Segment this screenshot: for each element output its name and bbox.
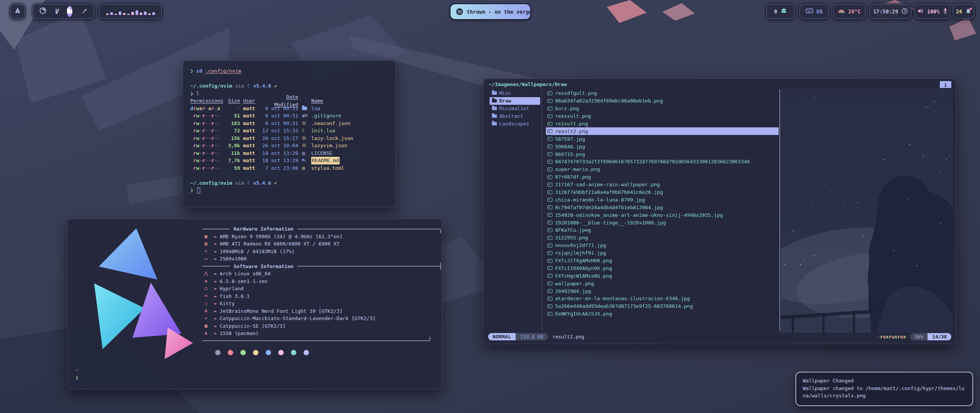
file-name: stylua.toml <box>311 164 344 172</box>
section-footer <box>202 337 430 345</box>
file-entry: .rw-r--r--7,7kmatt18 oct 13:29M↓README.m… <box>190 157 388 164</box>
audio-widget[interactable]: 100% <box>914 4 951 19</box>
star <box>938 117 939 118</box>
file-list-item[interactable]: 217167-sad-anime-rain-wallpaper.png <box>546 181 779 189</box>
sidebar-item-misc[interactable]: Misc <box>490 89 540 97</box>
star <box>796 169 797 169</box>
firefox-icon[interactable] <box>39 7 47 16</box>
star <box>813 255 814 256</box>
visualizer-bar <box>148 13 151 15</box>
music-title: thrown - on the verge <box>467 9 532 15</box>
image-file-icon <box>547 99 552 103</box>
current-path: ~/Imagenes/Wallpapers/Draw <box>489 81 567 87</box>
layout-label: US <box>817 8 823 15</box>
file-list-item[interactable]: FXfcHgcWIAMzs0G.png <box>546 272 779 280</box>
file-list-item[interactable]: chica-mirando-la-luna-8799.jpg <box>546 196 779 203</box>
shell-prompt: ❯ <box>75 375 78 380</box>
palette-dot <box>304 350 309 355</box>
file-list-item[interactable]: 08a634fa02a32364f69ebc86a98eb1eb.png <box>546 97 779 105</box>
file-list-item[interactable]: 587597.jpg <box>546 135 779 143</box>
file-date: 7 oct 23:06 <box>260 164 298 172</box>
terminal-icon: ❏ <box>202 300 210 307</box>
notification-count: 24 <box>956 8 962 15</box>
wallpaper-shard <box>949 18 976 41</box>
file-list-item[interactable]: atardecer-en-la-montanas-ilustracion-634… <box>546 295 779 302</box>
file-list-item[interactable]: wallpaper.png <box>546 280 779 287</box>
keyboard-layout-widget[interactable]: US <box>799 4 829 19</box>
updates-widget[interactable]: 0 <box>766 4 795 19</box>
file-list-item[interactable]: resssult.png <box>546 112 779 120</box>
visualizer-bar <box>131 12 134 15</box>
arrow-icon: → <box>214 278 217 285</box>
file-list-item[interactable]: result2.png <box>546 127 779 135</box>
star <box>831 267 832 267</box>
sidebar-item-draw[interactable]: Draw <box>490 97 540 105</box>
file-date: 6 oct 00:31 <box>260 120 298 127</box>
file-size: 51 <box>225 112 240 120</box>
arrow-icon: → <box>214 255 217 263</box>
file-list-item[interactable]: FXfcII0X0AQyn9X.png <box>546 264 779 272</box>
file-list-item[interactable]: 8FKa7Cu.jpeg <box>546 226 779 234</box>
star <box>905 259 905 259</box>
notification-popup[interactable]: Wallpaper Changed Wallpaper changed to /… <box>795 372 973 406</box>
file-list-item[interactable]: 3126f7e9bbf21a8a4af0b67b041c6e26.jpg <box>546 189 779 196</box>
music-visualizer[interactable] <box>99 4 162 19</box>
file-list-item[interactable]: 596848.jpg <box>546 143 779 150</box>
file-name: init.lua <box>311 127 335 135</box>
file-list-item[interactable]: FXfcJlTXgAMvH6R.png <box>546 257 779 265</box>
clock-widget[interactable]: 17:50:29 <box>869 4 911 19</box>
file-list-item[interactable]: 5a266e448add93deab367d87173e9f25-6837886… <box>546 302 779 310</box>
file-list-item[interactable]: 866715.png <box>546 150 779 158</box>
file-list-item[interactable]: 68747470733a2f2f696d616765732d7769786d70… <box>546 158 779 166</box>
file-list-item[interactable]: 20492984.jpg <box>546 287 779 295</box>
weather-widget[interactable]: 26°C <box>833 4 866 19</box>
file-list-item[interactable]: ressdfgult.png <box>546 89 779 97</box>
tab-badge[interactable]: 1 <box>940 81 951 89</box>
star <box>909 144 910 145</box>
visualizer-bar <box>140 13 142 15</box>
fetch-info-value: 980x413 <box>220 255 247 263</box>
file-list-item[interactable]: rsjqojlmjhf91.jpg <box>546 249 779 257</box>
file-manager-window[interactable]: ~/Imagenes/Wallpapers/Draw 1 MiscDrawMin… <box>483 78 956 344</box>
sidebar-item-landscapes[interactable]: Landscapes <box>490 120 540 128</box>
file-list-item[interactable]: nnvuv0xj2df71.jpg <box>546 242 779 249</box>
file-list-item[interactable]: 19201080-__blue-tinge__-1920×1080.jpg <box>546 219 779 226</box>
file-list-item[interactable]: 0c794faf07de24a4db4d4fb1eb813964.jpg <box>546 203 779 211</box>
gear-icon: ⚙ <box>302 164 311 172</box>
launcher-button[interactable] <box>10 4 25 19</box>
file-list-item-label: 19201080-__blue-tinge__-1920×1080.jpg <box>555 220 666 226</box>
image-file-icon <box>547 312 552 316</box>
file-owner: matt <box>243 135 257 142</box>
file-list-item[interactable]: EeNKYgIUcAAJ5JX.png <box>546 310 779 318</box>
file-entry: .rw-r--r--183matt6 oct 00:31{}.neoconf.j… <box>190 120 388 127</box>
vim-icon[interactable]: V <box>55 8 59 15</box>
file-list-item-label: 8FKa7Cu.jpeg <box>555 227 591 233</box>
sidebar-item-abstract[interactable]: Abstract <box>490 112 540 120</box>
terminal-window[interactable]: ❯ cd .config/nvim ~/.config/nvim via ☾ v… <box>183 60 396 207</box>
file-entry: drwxr-xr-x-matt6 oct 00:31lua <box>190 105 388 112</box>
file-list-item[interactable]: kurz.png <box>546 105 779 112</box>
star <box>825 184 826 185</box>
notifications-widget[interactable]: 24 <box>952 4 975 19</box>
file-list-item[interactable]: 154928-odinokoe_anime-art-anime-okno-sin… <box>546 211 779 219</box>
file-list-item[interactable]: 87r687df.png <box>546 173 779 181</box>
shell-icon: ⌨ <box>202 293 210 300</box>
sidebar-item-minimalist[interactable]: Minimalist <box>490 105 540 112</box>
fetch-terminal-window[interactable]: Hardware Information ▣→AMD Ryzen 9 5900X… <box>67 219 442 389</box>
image-file-icon <box>547 129 552 133</box>
file-list-item-label: 217167-sad-anime-rain-wallpaper.png <box>555 182 660 187</box>
brush-icon[interactable] <box>81 7 88 16</box>
image-file-icon <box>547 160 552 164</box>
files-icon[interactable] <box>67 6 72 17</box>
star <box>934 111 935 112</box>
file-list-item-label: 0c794faf07de24a4db4d4fb1eb813964.jpg <box>555 205 663 210</box>
file-size-badge: 218.8 KB <box>516 333 548 340</box>
file-list-item[interactable]: re1sult.png <box>546 120 779 128</box>
notification-body: Wallpaper changed to /home/matt/.config/… <box>803 385 965 400</box>
image-file-icon <box>547 297 552 301</box>
file-list-item[interactable]: super-mario.png <box>546 166 779 173</box>
file-list-item[interactable]: 3122955.png <box>546 234 779 242</box>
music-pill[interactable]: thrown - on the verge <box>451 4 530 19</box>
pane-divider[interactable] <box>779 89 780 331</box>
markdown-icon: M↓ <box>302 157 311 164</box>
